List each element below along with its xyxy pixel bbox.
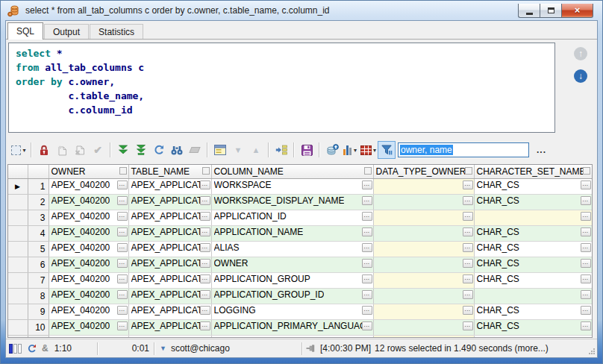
cell-ellipsis-button[interactable]: ... [581, 321, 591, 330]
row-select-cell[interactable] [8, 288, 28, 304]
cell-owner[interactable]: APEX_040200... [49, 194, 128, 210]
cell-character_set_name[interactable]: CHAR_CS... [474, 194, 592, 210]
cell-table_name[interactable]: APEX_APPLICATIONS... [128, 194, 211, 210]
cell-ellipsis-button[interactable]: ... [362, 212, 372, 221]
cell-owner[interactable]: APEX_040200... [49, 304, 128, 319]
row-number[interactable]: 5 [28, 241, 49, 257]
row-select-cell[interactable] [8, 225, 28, 241]
cell-data_type_owner[interactable]: ... [373, 210, 474, 225]
cell-data_type_owner[interactable]: ... [373, 319, 474, 335]
column-options-button[interactable] [202, 167, 210, 175]
row-number[interactable]: 11 [28, 335, 49, 338]
connection-segment[interactable]: ▼ scott@chicago [155, 339, 302, 357]
cell-ellipsis-button[interactable]: ... [200, 228, 210, 236]
row-select-cell[interactable]: ▶ [8, 178, 28, 194]
cell-ellipsis-button[interactable]: ... [581, 274, 591, 283]
cell-ellipsis-button[interactable]: ... [362, 290, 372, 299]
row-select-cell[interactable] [8, 335, 28, 338]
cell-ellipsis-button[interactable]: ... [200, 306, 210, 315]
cell-ellipsis-button[interactable]: ... [200, 243, 210, 252]
cell-ellipsis-button[interactable]: ... [581, 337, 591, 339]
cell-column_name[interactable]: ALIAS... [211, 241, 373, 257]
row-number[interactable]: 7 [28, 272, 49, 288]
connection-dropdown-icon[interactable]: ▼ [160, 345, 166, 352]
row-select-cell[interactable] [8, 210, 28, 225]
tab-output[interactable]: Output [44, 24, 89, 39]
save-button[interactable] [298, 141, 316, 159]
export-button[interactable] [323, 141, 341, 159]
cell-table_name[interactable]: APEX_APPLICATIONS... [128, 272, 211, 288]
cell-ellipsis-button[interactable]: ... [117, 290, 128, 299]
cell-ellipsis-button[interactable]: ... [117, 243, 128, 252]
master-detail-button[interactable] [272, 141, 290, 159]
delete-record-button[interactable] [71, 141, 89, 159]
cell-ellipsis-button[interactable]: ... [117, 274, 128, 283]
auto-refresh-icon[interactable] [27, 344, 37, 354]
cell-character_set_name[interactable]: ... [474, 210, 592, 225]
cell-owner[interactable]: APEX_040200... [49, 225, 128, 241]
cell-ellipsis-button[interactable]: ... [581, 181, 591, 189]
chart-button[interactable]: ▾ [341, 141, 359, 159]
cell-ellipsis-button[interactable]: ... [362, 196, 372, 205]
tab-sql[interactable]: SQL [7, 22, 43, 40]
row-number[interactable]: 2 [28, 194, 49, 210]
cell-data_type_owner[interactable]: ... [373, 272, 474, 288]
cell-column_name[interactable]: APPLICATION_ID... [211, 210, 373, 225]
cell-ellipsis-button[interactable]: ... [362, 181, 372, 189]
find-button[interactable] [168, 141, 186, 159]
cell-ellipsis-button[interactable]: ... [117, 259, 128, 268]
cell-ellipsis-button[interactable]: ... [200, 274, 210, 283]
row-select-cell[interactable] [8, 241, 28, 257]
cell-ellipsis-button[interactable]: ... [200, 259, 210, 268]
pin-icon[interactable] [306, 344, 316, 353]
cell-ellipsis-button[interactable]: ... [117, 321, 128, 330]
cell-character_set_name[interactable]: CHAR_CS... [474, 241, 592, 257]
cell-table_name[interactable]: APEX_APPLICATIONS... [128, 225, 211, 241]
cell-ellipsis-button[interactable]: ... [463, 337, 473, 339]
cell-ellipsis-button[interactable]: ... [581, 243, 591, 252]
cell-table_name[interactable]: APEX_APPLICATIONS... [128, 241, 211, 257]
cell-owner[interactable]: APEX_040200... [49, 210, 128, 225]
cell-data_type_owner[interactable]: ... [373, 178, 474, 194]
cell-ellipsis-button[interactable]: ... [463, 274, 473, 283]
cell-owner[interactable]: APEX_040200... [49, 288, 128, 304]
row-select-cell[interactable] [8, 194, 28, 210]
cell-ellipsis-button[interactable]: ... [463, 259, 473, 268]
column-header-character_set_name[interactable]: CHARACTER_SET_NAME [474, 165, 592, 178]
cell-ellipsis-button[interactable]: ... [463, 306, 473, 315]
cell-column_name[interactable]: APPLICATION_NAME... [211, 225, 373, 241]
cell-column_name[interactable]: APPLICATION_GROUP... [211, 272, 373, 288]
row-number[interactable]: 3 [28, 210, 49, 225]
column-options-button[interactable] [583, 167, 590, 175]
add-record-button[interactable] [53, 141, 71, 159]
cell-ellipsis-button[interactable]: ... [362, 259, 372, 268]
cell-column_name[interactable]: APPLICATION_PRIMARY_LANGUAGE... [211, 319, 373, 335]
column-header-column_name[interactable]: COLUMN_NAME [211, 165, 373, 178]
cell-ellipsis-button[interactable]: ... [362, 274, 372, 283]
cell-ellipsis-button[interactable]: ... [362, 321, 372, 330]
cell-ellipsis-button[interactable]: ... [362, 306, 372, 315]
cell-ellipsis-button[interactable]: ... [463, 228, 473, 236]
scroll-down-button[interactable]: ↓ [574, 69, 587, 83]
cell-character_set_name[interactable]: CHAR_CS... [474, 225, 592, 241]
post-changes-button[interactable]: ✔ [89, 141, 107, 159]
column-header-data_type_owner[interactable]: DATA_TYPE_OWNER [373, 165, 474, 178]
cell-ellipsis-button[interactable]: ... [117, 306, 128, 315]
row-select-cell[interactable] [8, 304, 28, 319]
minimize-button[interactable] [518, 4, 540, 18]
row-number[interactable]: 9 [28, 304, 49, 319]
resize-grip[interactable] [587, 347, 596, 355]
row-number[interactable]: 4 [28, 225, 49, 241]
filter-input[interactable]: owner, name [398, 142, 529, 157]
cell-table_name[interactable]: APEX_APPLICATIONS... [128, 257, 211, 272]
cell-ellipsis-button[interactable]: ... [200, 196, 210, 205]
cell-ellipsis-button[interactable]: ... [581, 228, 591, 236]
row-number[interactable]: 10 [28, 319, 49, 335]
cell-data_type_owner[interactable]: ... [373, 194, 474, 210]
close-button[interactable]: × [561, 4, 593, 18]
cell-ellipsis-button[interactable]: ... [581, 290, 591, 299]
cell-ellipsis-button[interactable]: ... [117, 212, 128, 221]
cell-data_type_owner[interactable]: ... [373, 335, 474, 338]
cell-ellipsis-button[interactable]: ... [200, 321, 210, 330]
cell-column_name[interactable]: WORKSPACE... [211, 178, 373, 194]
